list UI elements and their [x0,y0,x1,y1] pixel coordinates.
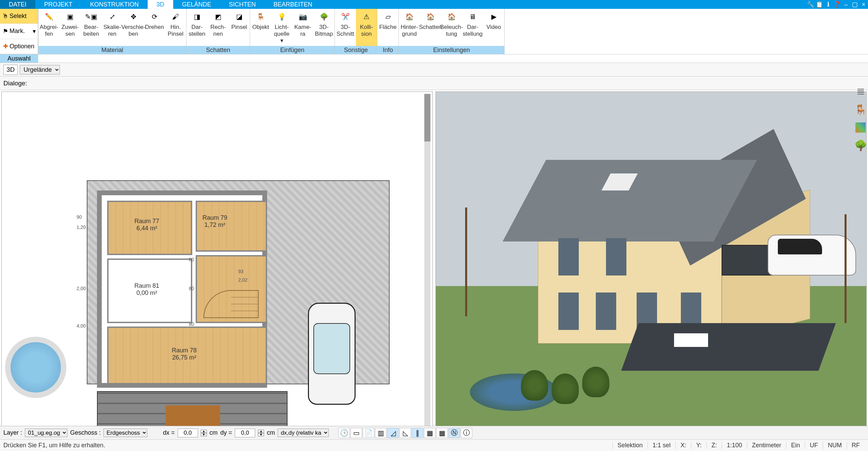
menu-konstruktion[interactable]: KONSTRUKTION [81,0,148,9]
3dschnitt-button[interactable]: ✂️3D- Schnitt [335,9,356,46]
info-small-icon[interactable]: ⓘ [461,428,472,438]
darstellung-button[interactable]: 🖥Dar- stellung [462,9,483,46]
optionen-button[interactable]: ✚Optionen [0,39,38,54]
lichtquelle-button[interactable]: 💡Licht- quelle ▾ [271,9,292,46]
dim: 2,00 [77,286,86,291]
room-79[interactable] [196,201,267,252]
materials-swatch-icon[interactable] [855,122,866,133]
wrench-icon[interactable]: 🔧 [806,0,815,9]
help-icon[interactable]: ❓ [833,0,841,9]
stair-area[interactable] [196,255,267,323]
dy-input[interactable] [235,429,255,437]
scale-icon: ⤢ [107,11,118,22]
bush-3d [521,370,548,401]
dx-spinner[interactable]: ▲▼ [201,430,207,436]
car-2d[interactable] [308,303,356,405]
status-x: X: [675,442,691,449]
restore-icon[interactable]: ▢ [850,0,859,9]
bearbeiten-button[interactable]: ✎▣Bear- beiten [81,9,102,46]
group-caption: Sonstige [335,46,377,54]
skalieren-button[interactable]: ⤢Skalie- ren [102,9,123,46]
status-uf: UF [805,442,823,449]
objekt-button[interactable]: 🪑Objekt [250,9,271,46]
layer-label: Layer : [3,429,22,436]
stack-icon[interactable]: ▥ [375,428,387,438]
rechnen-button[interactable]: ◩Rech- nen [208,9,229,46]
kamera-button[interactable]: 📷Kame- ra [292,9,313,46]
grid-icon[interactable]: ▦ [436,428,448,438]
tree-icon[interactable]: 🌳 [854,139,867,151]
assign-icon: ▣ [64,11,76,22]
layer-select[interactable]: 01_ug.eg.og [25,429,67,437]
staircase-icon [197,256,268,324]
schatten-button[interactable]: 🏠Schatten [420,9,441,46]
guides-icon[interactable]: ▦ [424,428,436,438]
status-y: Y: [691,442,706,449]
dx-input[interactable] [178,429,198,437]
dy-spinner[interactable]: ▲▼ [258,430,264,436]
terrain-select[interactable]: Urgelände [20,65,60,74]
drehen-button[interactable]: ⟳Drehen [144,9,165,46]
3d-view[interactable] [436,91,867,445]
angle2-icon[interactable]: ◺ [399,428,411,438]
beleuchtung-button[interactable]: 🏠Beleuch- tung [441,9,462,46]
coord-mode-select[interactable]: dx,dy (relativ ka [278,429,329,437]
info-icon[interactable]: ℹ [824,0,833,9]
3dbitmap-button[interactable]: 🌳3D- Bitmap [313,9,334,46]
zuweisen-button[interactable]: ▣Zuwei- sen [60,9,81,46]
2d-plan-view[interactable]: Raum 776,44 m² Raum 791,72 m² Raum 810,0… [1,91,433,445]
group-caption: Info [377,46,398,54]
room-77[interactable] [107,201,192,255]
verschieben-button[interactable]: ✥Verschie- ben [123,9,144,46]
menu-sichten[interactable]: SICHTEN [220,0,265,9]
darstellen-button[interactable]: ◨Dar- stellen [186,9,208,46]
dim: 2,02 [238,277,247,283]
layers-icon[interactable]: ≣ [856,85,865,97]
roof-icon [503,160,757,241]
parallel-icon[interactable]: ∥ [412,428,423,438]
hintergrund-button[interactable]: 🏠Hinter- grund [399,9,420,46]
angle1-icon[interactable]: ◿ [387,428,399,438]
menu-datei[interactable]: DATEI [0,0,35,9]
room-78[interactable] [107,327,267,384]
north-icon[interactable]: Ⓝ [448,428,460,438]
cube-brush-icon: ◪ [233,11,245,22]
mark-button[interactable]: ⚑Mark.▾ [0,24,38,39]
room-81[interactable] [107,258,192,323]
scrollbar-2d[interactable] [424,94,430,443]
pool-2d[interactable] [1,330,80,412]
close-icon[interactable]: × [859,0,868,9]
flaeche-button[interactable]: ▱Fläche [377,9,398,46]
terrace-3d [621,323,836,371]
menu-3d[interactable]: 3D [148,0,173,9]
furniture-icon[interactable]: 🪑 [854,104,867,116]
menu-projekt[interactable]: PROJEKT [35,0,81,9]
video-button[interactable]: ▶Video [483,9,504,46]
window-3d [596,293,616,330]
clock-icon[interactable]: 🕒 [338,428,350,438]
pinsel-button[interactable]: ◪Pinsel [229,9,250,46]
menu-gelaende[interactable]: GELÄNDE [173,0,220,9]
page-icon[interactable]: 📄 [363,428,374,438]
status-num: NUM [823,442,847,449]
dim: 4,00 [77,323,86,329]
kollision-button[interactable]: ⚠Kolli- sion [356,9,377,46]
minimize-icon[interactable]: – [841,0,850,9]
screen-icon[interactable]: ▭ [350,428,362,438]
geschoss-select[interactable]: Erdgeschoss [103,429,147,437]
brush-icon: 🖌 [170,11,181,22]
hinpinsel-button[interactable]: 🖌Hin. Pinsel [165,9,186,46]
group-caption: Einfügen [250,46,334,54]
chair-icon: 🪑 [255,11,266,22]
abgreifen-button[interactable]: ✏️Abgrei- fen [38,9,60,46]
menu-bearbeiten[interactable]: BEARBEITEN [265,0,321,9]
clipboard-icon[interactable]: 📋 [815,0,824,9]
selekt-button[interactable]: 🖱Selekt [0,9,38,24]
bulb-icon: 💡 [276,11,288,22]
section-icon: ✂️ [340,11,351,22]
group-auswahl-caption: Auswahl [0,54,38,63]
status-bar: Drücken Sie F1, um Hilfe zu erhalten. Se… [0,439,868,451]
dy-unit: cm [267,429,275,436]
cube-shadow-icon: ◨ [191,11,203,22]
patio-furniture [660,327,722,357]
